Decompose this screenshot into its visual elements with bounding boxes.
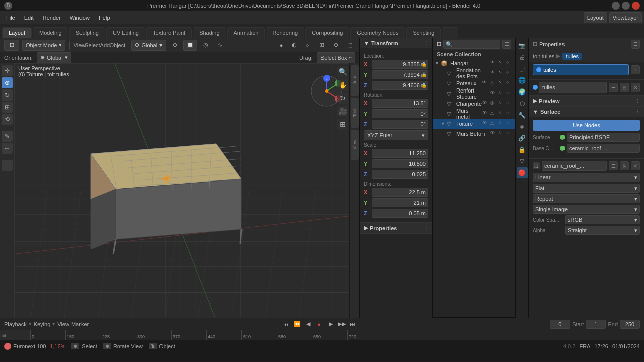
- cursor-icon-p[interactable]: ↖: [498, 80, 505, 87]
- camera-view-btn[interactable]: 🎥: [337, 106, 348, 117]
- surface-node-field[interactable]: Principled BSDF: [567, 133, 640, 142]
- material-props-icon[interactable]: 🔴: [517, 167, 528, 178]
- cursor-icon-mb[interactable]: ↖: [498, 130, 505, 137]
- material-name-field[interactable]: tuiles: [539, 82, 607, 93]
- outliner-filter-btn[interactable]: ☰: [502, 40, 511, 49]
- end-frame-display[interactable]: 250: [620, 320, 640, 329]
- tab-texture-paint[interactable]: Texture Paint: [146, 27, 192, 38]
- use-nodes-button[interactable]: Use Nodes: [533, 120, 640, 131]
- circle-icon-c[interactable]: ◎: [490, 100, 497, 107]
- play-btn[interactable]: ▶: [326, 320, 335, 329]
- constraints-props-icon[interactable]: 🔒: [517, 144, 528, 155]
- cursor-icon-mm[interactable]: ↖: [498, 110, 505, 117]
- tab-animation[interactable]: Animation: [227, 27, 265, 38]
- tri-icon-p[interactable]: △: [490, 80, 497, 87]
- keying-label[interactable]: Keying: [34, 321, 51, 327]
- outliner-item-murs-beton[interactable]: ▽ Murs Béton 👁 ↖ ○: [433, 129, 515, 139]
- jump-start-btn[interactable]: ⏮: [282, 320, 291, 329]
- view-label[interactable]: View: [57, 321, 69, 327]
- tri-icon-t[interactable]: △: [490, 120, 497, 127]
- scale-x-field[interactable]: 11.250: [372, 149, 428, 158]
- add-object-tool[interactable]: +: [2, 160, 13, 171]
- minimize-button[interactable]: [612, 2, 620, 10]
- tab-shading[interactable]: Shading: [193, 27, 226, 38]
- outliner-item-fondation[interactable]: ▽ Fondation des Pots 👁 ↖ ○: [433, 68, 515, 78]
- viewport-shading-solid[interactable]: ●: [276, 40, 287, 51]
- base-color-field[interactable]: ceramic_roof_...: [567, 144, 640, 153]
- outliner-item-murs-metal[interactable]: ▽ Murs metal 👁 △ ↖ ○: [433, 109, 515, 119]
- tab-rendering[interactable]: Rendering: [266, 27, 304, 38]
- properties-section-header[interactable]: ▶ Properties ⋮: [360, 223, 432, 233]
- eye-icon-p[interactable]: 👁: [482, 80, 489, 87]
- menu-render[interactable]: Render: [39, 14, 65, 22]
- projection-dropdown[interactable]: Flat ▾: [533, 184, 640, 193]
- cursor-icon[interactable]: ↖: [498, 60, 505, 67]
- outliner-item-poteaux[interactable]: ▽ Poteaux 👁 △ ↖ ○: [433, 78, 515, 88]
- menu-help[interactable]: Help: [95, 14, 114, 22]
- view-menu-btn[interactable]: View: [74, 40, 85, 51]
- preview-header[interactable]: ▶ Preview ⋮: [529, 96, 644, 106]
- transform-options-icon[interactable]: ⋮: [424, 41, 428, 46]
- copy-texture-btn[interactable]: ⎘: [620, 161, 629, 170]
- start-frame-display[interactable]: 1: [586, 320, 606, 329]
- eye-icon-c[interactable]: 👁: [482, 100, 489, 107]
- maximize-button[interactable]: [622, 2, 630, 10]
- outliner-item-renfort[interactable]: ▽ Renfort Stucture 👁 ↖ ○: [433, 88, 515, 99]
- add-material-btn[interactable]: +: [631, 65, 640, 74]
- particles-props-icon[interactable]: ◈: [517, 121, 528, 132]
- step-forward-btn[interactable]: ▶▶: [337, 320, 346, 329]
- tool-tab[interactable]: Tool: [351, 98, 359, 128]
- view-layer-selector[interactable]: ViewLayer: [609, 12, 642, 23]
- outliner-item-hangar[interactable]: ▼ 📦 Hangar 👁 ↖ ○: [433, 58, 515, 68]
- options-icon-preview[interactable]: ⋮: [635, 99, 640, 104]
- browse-material-btn[interactable]: ☰: [609, 83, 618, 92]
- move-tool[interactable]: ⊕: [2, 77, 13, 88]
- tab-compositing[interactable]: Compositing: [305, 27, 349, 38]
- eye-icon-mm[interactable]: 👁: [482, 110, 489, 117]
- object-props-icon[interactable]: ⬡: [517, 98, 528, 109]
- scale-tool[interactable]: ⊞: [2, 102, 13, 113]
- surface-header[interactable]: ▼ Surface ⋮: [529, 107, 644, 117]
- zoom-in-btn[interactable]: 🔍: [337, 66, 348, 77]
- menu-edit[interactable]: Edit: [20, 14, 38, 22]
- render-icon-f[interactable]: ○: [506, 70, 513, 77]
- eye-icon-t[interactable]: 👁: [482, 120, 489, 127]
- render-icon-c[interactable]: ○: [506, 100, 513, 107]
- playback-label[interactable]: Playback: [4, 321, 27, 327]
- transform-tool[interactable]: ⟲: [2, 114, 13, 125]
- remove-texture-btn[interactable]: ✕: [631, 161, 640, 170]
- scale-z-field[interactable]: 0.025: [372, 170, 428, 179]
- view-tab[interactable]: View: [351, 130, 359, 160]
- jump-back-btn[interactable]: ◀: [304, 320, 313, 329]
- dim-y-field[interactable]: 21 m: [372, 198, 428, 207]
- editor-type-selector[interactable]: ⊞: [4, 40, 19, 51]
- color-space-dropdown[interactable]: sRGB ▾: [565, 215, 640, 224]
- current-frame-display[interactable]: 0: [550, 320, 570, 329]
- cursor-icon-c[interactable]: ↖: [498, 100, 505, 107]
- scale-y-field[interactable]: 10.500: [372, 159, 428, 168]
- viewport-scene[interactable]: ✛ ⊕ ↻ ⊞ ⟲ ✎ ↔ +: [0, 63, 359, 318]
- frame-selected-btn[interactable]: ⊞: [337, 119, 348, 130]
- copy-material-btn[interactable]: ⎘: [620, 83, 629, 92]
- render-icon-t[interactable]: ○: [506, 120, 513, 127]
- physics-props-icon[interactable]: 🔗: [517, 133, 528, 144]
- render-icon[interactable]: ○: [506, 60, 513, 67]
- bc-parent[interactable]: toit tuiles: [533, 53, 554, 59]
- tri-icon-mm[interactable]: △: [490, 110, 497, 117]
- location-y-field[interactable]: 7.9904 m 🔒: [372, 70, 428, 79]
- tab-geometry-nodes[interactable]: Geometry Nodes: [350, 27, 405, 38]
- annotate-tool[interactable]: ✎: [2, 131, 13, 142]
- menu-file[interactable]: File: [2, 14, 19, 22]
- eye-icon-mb[interactable]: 👁: [490, 130, 497, 137]
- timeline-ruler[interactable]: ⊞ 0 150 225 300 370 440 510 580 650 720: [0, 330, 644, 340]
- snapping-btn[interactable]: 🔲: [183, 40, 197, 51]
- scene-props-icon[interactable]: 🌐: [517, 75, 528, 86]
- tab-modeling[interactable]: Modeling: [33, 27, 68, 38]
- object-data-props-icon[interactable]: ▽: [517, 156, 528, 167]
- orientation-selector[interactable]: ⊕ Global ▾: [131, 40, 166, 51]
- render-icon-mb[interactable]: ○: [506, 130, 513, 137]
- menu-window[interactable]: Window: [66, 14, 94, 22]
- close-button[interactable]: [632, 2, 640, 10]
- marker-label[interactable]: Marker: [71, 321, 89, 327]
- texture-name-field[interactable]: ceramic_roof_...: [542, 161, 607, 171]
